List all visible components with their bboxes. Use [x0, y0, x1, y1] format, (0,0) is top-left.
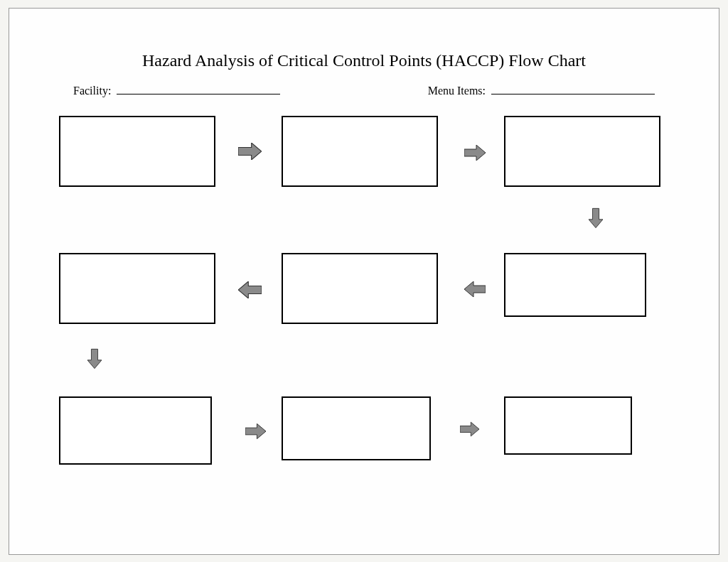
facility-field: Facility:: [73, 85, 280, 97]
flow-box-5[interactable]: [282, 253, 438, 324]
menu-items-label: Menu Items:: [428, 85, 486, 97]
flow-box-7[interactable]: [59, 396, 212, 465]
arrow-right-icon: [464, 145, 486, 161]
arrow-right-icon: [238, 143, 262, 160]
svg-marker-3: [464, 281, 486, 297]
svg-marker-7: [460, 422, 479, 436]
facility-input-line[interactable]: [117, 94, 280, 94]
flow-box-2[interactable]: [282, 116, 438, 187]
menu-items-input-line[interactable]: [491, 94, 655, 94]
facility-label: Facility:: [73, 85, 111, 97]
arrow-left-icon: [464, 281, 486, 297]
arrow-right-icon: [245, 423, 266, 439]
form-fields-row: Facility: Menu Items:: [59, 85, 669, 97]
svg-marker-0: [238, 143, 262, 160]
flow-box-1[interactable]: [59, 116, 215, 187]
svg-marker-2: [589, 208, 603, 227]
svg-marker-4: [238, 281, 262, 298]
arrow-left-icon: [238, 281, 262, 298]
arrow-down-icon: [589, 207, 603, 229]
menu-items-field: Menu Items:: [428, 85, 655, 97]
document-page: Hazard Analysis of Critical Control Poin…: [9, 8, 719, 555]
flowchart-grid: [59, 116, 669, 514]
flow-box-3[interactable]: [504, 116, 660, 187]
arrow-right-icon: [460, 421, 479, 437]
svg-marker-1: [464, 145, 486, 161]
flow-box-4[interactable]: [504, 253, 646, 317]
page-title: Hazard Analysis of Critical Control Poin…: [59, 51, 669, 70]
svg-marker-6: [245, 423, 266, 438]
flow-box-8[interactable]: [282, 396, 431, 460]
svg-marker-5: [87, 349, 102, 368]
flow-box-9[interactable]: [504, 396, 632, 455]
arrow-down-icon: [87, 347, 102, 370]
flow-box-6[interactable]: [59, 253, 215, 324]
